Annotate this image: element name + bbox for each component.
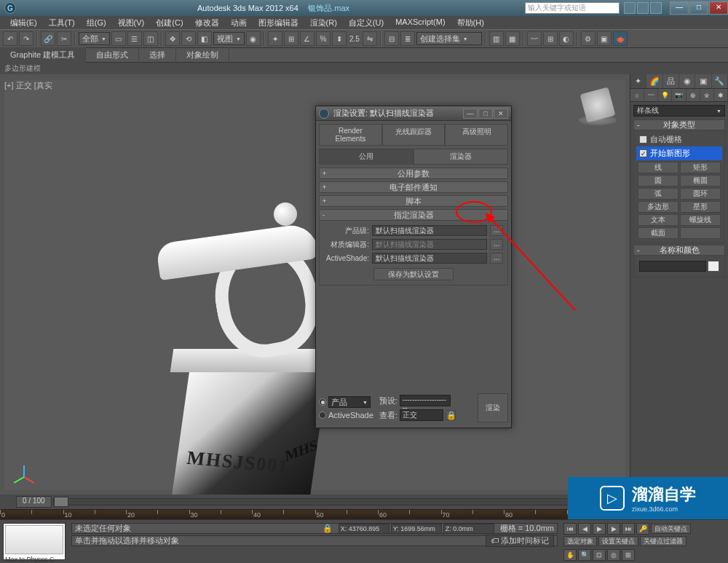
btn-arc[interactable]: 弧 bbox=[638, 188, 678, 200]
sub-lights-icon[interactable]: 💡 bbox=[658, 89, 672, 101]
ribbon-tab-freeform[interactable]: 自由形式 bbox=[86, 47, 139, 63]
menu-tools[interactable]: 工具(T) bbox=[43, 16, 81, 29]
play-icon[interactable]: ▶ bbox=[593, 523, 606, 535]
render-setup-icon[interactable]: ⚙ bbox=[581, 31, 596, 46]
info-icon[interactable] bbox=[624, 2, 636, 14]
dialog-close-button[interactable]: ✕ bbox=[494, 109, 508, 119]
tab-motion-icon[interactable]: ◉ bbox=[679, 74, 695, 88]
sub-space-icon[interactable]: ※ bbox=[700, 89, 714, 101]
autokey-button[interactable]: 自动关键点 bbox=[651, 524, 691, 534]
view-lock-icon[interactable]: 🔒 bbox=[446, 410, 456, 420]
lock-icon[interactable]: 🔒 bbox=[323, 524, 333, 533]
dialog-minimize-button[interactable]: — bbox=[463, 109, 478, 119]
coord-x[interactable]: X: 43760.895 bbox=[339, 524, 389, 534]
angle-snap-icon[interactable]: ∠ bbox=[300, 31, 314, 46]
close-button[interactable]: ✕ bbox=[709, 1, 728, 15]
rollout-name-color[interactable]: -名称和颜色 bbox=[633, 245, 725, 256]
tab-render-elements[interactable]: Render Elements bbox=[319, 124, 382, 146]
sub-shapes-icon[interactable]: 〰 bbox=[644, 89, 658, 101]
sub-helpers-icon[interactable]: ⊕ bbox=[687, 89, 700, 101]
prev-frame-icon[interactable]: ◀ bbox=[578, 523, 591, 535]
save-default-button[interactable]: 保存为默认设置 bbox=[373, 268, 454, 280]
menu-maxscript[interactable]: MAXScript(M) bbox=[389, 16, 451, 29]
mat-browse-button[interactable]: ... bbox=[490, 239, 503, 250]
menu-edit[interactable]: 编辑(E) bbox=[4, 16, 43, 29]
ribbon-tab-select[interactable]: 选择 bbox=[139, 47, 176, 63]
ribbon-tab-graphite[interactable]: Graphite 建模工具 bbox=[0, 47, 86, 63]
sub-cameras-icon[interactable]: 📷 bbox=[672, 89, 686, 101]
spinner-snap-icon[interactable]: ⬍ bbox=[332, 31, 347, 46]
help-search-input[interactable]: 输入关键字或短语 bbox=[525, 2, 620, 14]
maximize-button[interactable]: □ bbox=[689, 1, 708, 15]
track-ruler[interactable]: 0102030405060708090100 bbox=[0, 509, 630, 519]
startnew-checkbox[interactable]: ✓开始新图形 bbox=[636, 146, 722, 160]
viewport-label[interactable]: [+] 正交 [真实 bbox=[4, 80, 52, 91]
named-selset-dropdown[interactable]: 创建选择集 bbox=[416, 32, 482, 45]
render-prod-icon[interactable]: 🫖 bbox=[613, 31, 628, 46]
activeshade-radio[interactable]: ActiveShade bbox=[319, 411, 373, 420]
key-mode-icon[interactable]: 🔑 bbox=[636, 523, 649, 535]
move-icon[interactable]: ✥ bbox=[165, 31, 180, 46]
selection-filter-dropdown[interactable]: 全部 bbox=[79, 32, 110, 45]
as-browse-button[interactable]: ... bbox=[490, 253, 503, 264]
color-swatch[interactable] bbox=[708, 261, 719, 272]
tab-renderer[interactable]: 渲染器 bbox=[414, 149, 508, 165]
undo-icon[interactable]: ↶ bbox=[3, 31, 17, 46]
tab-display-icon[interactable]: ▣ bbox=[695, 74, 711, 88]
mirror2-icon[interactable]: ▥ bbox=[489, 31, 504, 46]
sub-geom-icon[interactable]: ○ bbox=[630, 89, 644, 101]
select-region-icon[interactable]: ◫ bbox=[143, 31, 158, 46]
script-listener[interactable]: Max to Physcs C bbox=[3, 523, 66, 560]
render-frame-icon[interactable]: ▣ bbox=[597, 31, 612, 46]
time-track[interactable] bbox=[53, 498, 630, 505]
orbit-icon[interactable]: ◎ bbox=[607, 549, 620, 561]
dialog-maximize-button[interactable]: □ bbox=[478, 109, 493, 119]
rotate-icon[interactable]: ⟲ bbox=[181, 31, 196, 46]
scale-icon[interactable]: ◧ bbox=[197, 31, 212, 46]
tab-common[interactable]: 公用 bbox=[319, 149, 414, 165]
time-tag-button[interactable]: 🏷 添加时间标记 bbox=[486, 535, 554, 547]
align2-icon[interactable]: ▦ bbox=[505, 31, 520, 46]
next-frame-icon[interactable]: ▶ bbox=[607, 523, 620, 535]
menu-grapheditor[interactable]: 图形编辑器 bbox=[253, 16, 304, 29]
time-slider-handle[interactable]: 0 / 100 bbox=[16, 496, 52, 508]
curve-editor-icon[interactable]: 〰 bbox=[527, 31, 542, 46]
mirror-icon[interactable]: ⇋ bbox=[363, 31, 377, 46]
tab-raytracer[interactable]: 光线跟踪器 bbox=[382, 124, 446, 146]
ribbon-subtab[interactable]: 多边形建模 bbox=[0, 63, 728, 74]
ribbon-tab-objpaint[interactable]: 对象绘制 bbox=[176, 47, 229, 63]
btn-text[interactable]: 文本 bbox=[638, 214, 678, 226]
star-icon[interactable] bbox=[650, 2, 662, 14]
maximize-viewport-icon[interactable]: ⊞ bbox=[622, 549, 635, 561]
btn-circle[interactable]: 圆 bbox=[638, 175, 678, 186]
percent-snap-icon[interactable]: % bbox=[316, 31, 331, 46]
object-name-input[interactable] bbox=[639, 261, 706, 272]
category-dropdown[interactable]: 样条线 bbox=[633, 105, 725, 117]
keyfilter-button[interactable]: 关键点过滤器 bbox=[640, 536, 687, 546]
menu-modifier[interactable]: 修改器 bbox=[189, 16, 225, 29]
autogrid-checkbox[interactable]: 自动栅格 bbox=[636, 133, 722, 146]
ref-coord-dropdown[interactable]: 视图 bbox=[213, 32, 245, 45]
tab-hierarchy-icon[interactable]: 品 bbox=[663, 74, 679, 88]
btn-ngon[interactable]: 多边形 bbox=[638, 201, 678, 213]
rollout-object-type[interactable]: -对象类型 bbox=[633, 119, 725, 130]
menu-render[interactable]: 渲染(R) bbox=[304, 16, 343, 29]
manip-icon[interactable]: ✦ bbox=[268, 31, 282, 46]
btn-donut[interactable]: 圆环 bbox=[680, 188, 721, 200]
tab-create-icon[interactable]: ✦ bbox=[630, 74, 646, 88]
btn-ellipse[interactable]: 椭圆 bbox=[680, 175, 721, 186]
app-logo-icon[interactable]: G bbox=[4, 2, 16, 14]
minimize-button[interactable]: — bbox=[670, 1, 689, 15]
rollout-scripts[interactable]: +脚本 bbox=[319, 195, 508, 207]
prod-browse-button[interactable]: ... bbox=[490, 225, 503, 236]
prod-radio[interactable]: 产品▼ bbox=[319, 396, 373, 408]
select-name-icon[interactable]: ☰ bbox=[127, 31, 142, 46]
btn-rectangle[interactable]: 矩形 bbox=[680, 162, 721, 173]
btn-section[interactable]: 截面 bbox=[638, 227, 678, 239]
select-icon[interactable]: ▭ bbox=[111, 31, 126, 46]
unlink-icon[interactable]: ✂ bbox=[57, 31, 71, 46]
btn-star[interactable]: 星形 bbox=[680, 201, 721, 213]
zoom-extents-icon[interactable]: ⊡ bbox=[593, 549, 606, 561]
tab-adv-lighting[interactable]: 高级照明 bbox=[445, 124, 508, 146]
btn-helix[interactable]: 螺旋线 bbox=[680, 214, 721, 226]
